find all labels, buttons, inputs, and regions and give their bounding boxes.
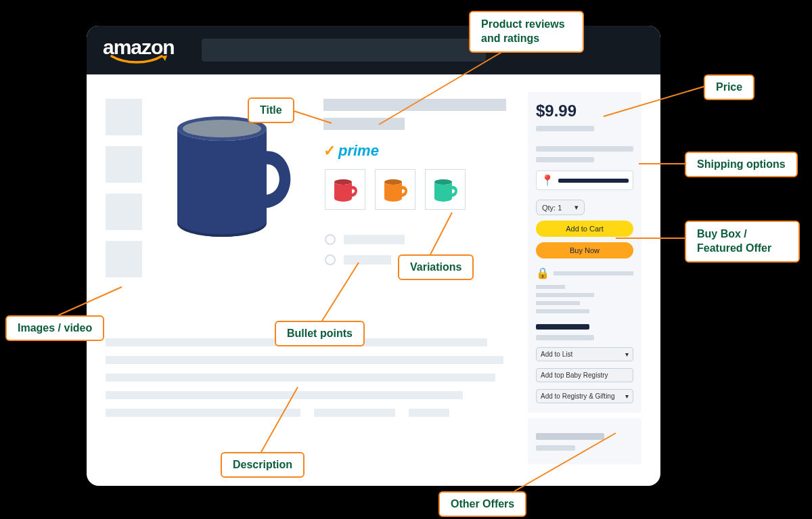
bullet-icon — [325, 234, 336, 245]
bullet-item — [325, 234, 405, 245]
mug-icon — [431, 175, 459, 204]
bullet-text-placeholder — [344, 235, 405, 244]
description-line — [106, 374, 495, 382]
bullet-text-placeholder — [344, 255, 391, 265]
add-to-list-label: Add to List — [541, 351, 572, 358]
variation-row — [325, 169, 466, 210]
callout-variations: Variations — [398, 254, 474, 280]
callout-title: Title — [248, 97, 294, 123]
add-baby-registry-label: Add top Baby Registry — [541, 371, 608, 379]
callout-buybox: Buy Box / Featured Offer — [685, 221, 800, 263]
bullet-points — [325, 234, 405, 265]
callout-text: Product reviews and ratings — [481, 18, 565, 44]
product-title-placeholder — [323, 99, 506, 111]
location-text-placeholder — [558, 179, 629, 183]
description-line — [409, 409, 449, 417]
svg-point-6 — [434, 179, 452, 185]
shipping-option-placeholder — [536, 157, 594, 162]
prime-badge: ✓ prime — [323, 142, 379, 160]
placeholder-line — [536, 324, 589, 330]
price-value: $9.99 — [536, 101, 633, 120]
svg-point-5 — [384, 179, 402, 185]
product-content: ✓ prime — [87, 74, 660, 486]
product-reviews-placeholder — [323, 118, 405, 130]
callout-price: Price — [704, 74, 754, 100]
variation-option[interactable] — [325, 169, 365, 210]
add-baby-registry-button[interactable]: Add top Baby Registry — [536, 368, 633, 382]
callout-bullets: Bullet points — [275, 321, 365, 346]
other-offers-box — [528, 418, 641, 464]
description-line — [106, 409, 300, 417]
seller-info-block — [536, 285, 633, 313]
add-registry-gifting-label: Add to Registry & Gifting — [541, 392, 615, 400]
bullet-icon — [325, 254, 336, 265]
quantity-select[interactable]: Qty: 1 ▾ — [536, 200, 585, 215]
secure-text-placeholder — [554, 271, 633, 275]
prime-check-icon: ✓ — [323, 142, 336, 160]
delivery-location[interactable]: 📍 — [536, 171, 633, 190]
callout-text: Buy Box / Featured Offer — [697, 228, 771, 254]
add-registry-gifting-button[interactable]: Add to Registry & Gifting ▾ — [536, 389, 633, 403]
amazon-smile-icon — [109, 55, 168, 64]
callout-description: Description — [221, 452, 304, 478]
callout-reviews: Product reviews and ratings — [469, 11, 584, 53]
amazon-logo: amazon — [103, 36, 175, 64]
image-thumbnail-column — [106, 99, 142, 277]
chevron-down-icon: ▾ — [625, 351, 629, 358]
product-page-window: amazon ✓ p — [87, 26, 660, 486]
description-line — [106, 391, 463, 399]
location-pin-icon: 📍 — [541, 174, 554, 187]
buy-box: $9.99 📍 Qty: 1 ▾ Add to Cart Buy Now 🔒 — [528, 92, 641, 413]
buy-now-button[interactable]: Buy Now — [536, 242, 633, 258]
svg-point-4 — [334, 179, 352, 185]
callout-other-offers: Other Offers — [438, 491, 526, 517]
add-to-list-button[interactable]: Add to List ▾ — [536, 347, 633, 361]
add-to-cart-button[interactable]: Add to Cart — [536, 221, 633, 237]
mug-icon — [381, 175, 409, 204]
description-block — [106, 338, 512, 417]
placeholder-line — [536, 126, 594, 131]
shipping-option-placeholder — [536, 146, 633, 152]
prime-label: prime — [338, 142, 379, 160]
variation-option[interactable] — [375, 169, 415, 210]
description-line — [106, 356, 503, 364]
description-row — [106, 409, 512, 417]
description-line — [314, 409, 395, 417]
placeholder-line — [536, 433, 604, 440]
image-thumbnail[interactable] — [106, 241, 142, 277]
quantity-label: Qty: 1 — [542, 204, 562, 212]
chevron-down-icon: ▾ — [574, 203, 579, 212]
svg-point-3 — [177, 207, 267, 234]
variation-option[interactable] — [425, 169, 466, 210]
callout-shipping: Shipping options — [685, 152, 798, 177]
mug-illustration-icon — [161, 101, 303, 250]
bullet-item — [325, 254, 405, 265]
lock-icon: 🔒 — [536, 267, 549, 279]
mug-icon — [331, 175, 359, 204]
search-input[interactable] — [202, 39, 486, 62]
chevron-down-icon: ▾ — [625, 392, 629, 400]
secure-transaction: 🔒 — [536, 267, 633, 279]
placeholder-line — [536, 335, 594, 340]
image-thumbnail[interactable] — [106, 146, 142, 183]
image-thumbnail[interactable] — [106, 99, 142, 135]
callout-images: Images / video — [5, 315, 104, 341]
placeholder-line — [536, 445, 575, 451]
image-thumbnail[interactable] — [106, 194, 142, 230]
main-product-image[interactable] — [161, 101, 303, 250]
